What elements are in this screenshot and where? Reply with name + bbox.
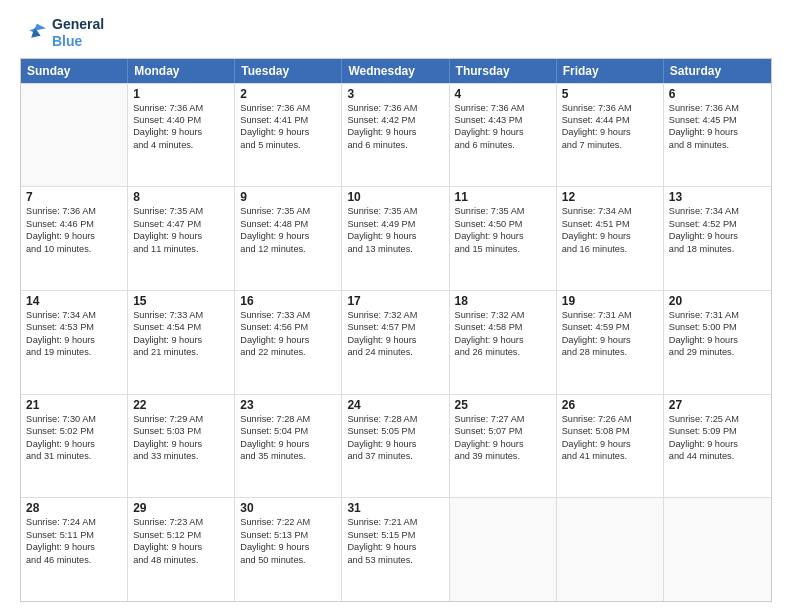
cell-info-line: Sunset: 4:58 PM	[455, 321, 551, 333]
cell-info-line: Daylight: 9 hours	[240, 230, 336, 242]
calendar-body: 1Sunrise: 7:36 AMSunset: 4:40 PMDaylight…	[21, 83, 771, 601]
cell-info-line: Daylight: 9 hours	[133, 334, 229, 346]
day-number: 7	[26, 190, 122, 204]
cell-info-line: Sunset: 4:52 PM	[669, 218, 766, 230]
cell-info-line: Sunset: 5:09 PM	[669, 425, 766, 437]
weekday-header-saturday: Saturday	[664, 59, 771, 83]
cell-info-line: Sunset: 5:11 PM	[26, 529, 122, 541]
day-number: 28	[26, 501, 122, 515]
cell-info-line: and 37 minutes.	[347, 450, 443, 462]
day-number: 19	[562, 294, 658, 308]
cell-info-line: Sunrise: 7:36 AM	[455, 102, 551, 114]
calendar-cell: 2Sunrise: 7:36 AMSunset: 4:41 PMDaylight…	[235, 84, 342, 187]
day-number: 11	[455, 190, 551, 204]
cell-info-line: Sunset: 4:45 PM	[669, 114, 766, 126]
cell-info-line: Sunset: 4:47 PM	[133, 218, 229, 230]
cell-info-line: Sunrise: 7:32 AM	[347, 309, 443, 321]
cell-info-line: Sunrise: 7:31 AM	[669, 309, 766, 321]
calendar-cell: 13Sunrise: 7:34 AMSunset: 4:52 PMDayligh…	[664, 187, 771, 290]
cell-info-line: Daylight: 9 hours	[347, 126, 443, 138]
day-number: 17	[347, 294, 443, 308]
cell-info-line: and 53 minutes.	[347, 554, 443, 566]
cell-info-line: and 19 minutes.	[26, 346, 122, 358]
day-number: 3	[347, 87, 443, 101]
weekday-header-thursday: Thursday	[450, 59, 557, 83]
cell-info-line: Sunrise: 7:27 AM	[455, 413, 551, 425]
day-number: 5	[562, 87, 658, 101]
calendar-row-1: 7Sunrise: 7:36 AMSunset: 4:46 PMDaylight…	[21, 186, 771, 290]
cell-info-line: Daylight: 9 hours	[455, 438, 551, 450]
cell-info-line: Daylight: 9 hours	[26, 438, 122, 450]
calendar-cell: 31Sunrise: 7:21 AMSunset: 5:15 PMDayligh…	[342, 498, 449, 601]
day-number: 31	[347, 501, 443, 515]
cell-info-line: and 46 minutes.	[26, 554, 122, 566]
day-number: 21	[26, 398, 122, 412]
cell-info-line: and 12 minutes.	[240, 243, 336, 255]
day-number: 29	[133, 501, 229, 515]
calendar-cell	[664, 498, 771, 601]
cell-info-line: Daylight: 9 hours	[347, 334, 443, 346]
calendar-cell: 1Sunrise: 7:36 AMSunset: 4:40 PMDaylight…	[128, 84, 235, 187]
cell-info-line: Sunset: 4:49 PM	[347, 218, 443, 230]
cell-info-line: Daylight: 9 hours	[240, 438, 336, 450]
cell-info-line: Sunset: 4:42 PM	[347, 114, 443, 126]
calendar-cell: 28Sunrise: 7:24 AMSunset: 5:11 PMDayligh…	[21, 498, 128, 601]
day-number: 18	[455, 294, 551, 308]
day-number: 13	[669, 190, 766, 204]
cell-info-line: and 6 minutes.	[347, 139, 443, 151]
calendar-cell: 4Sunrise: 7:36 AMSunset: 4:43 PMDaylight…	[450, 84, 557, 187]
cell-info-line: Daylight: 9 hours	[562, 334, 658, 346]
cell-info-line: Sunset: 4:46 PM	[26, 218, 122, 230]
calendar-cell: 26Sunrise: 7:26 AMSunset: 5:08 PMDayligh…	[557, 395, 664, 498]
calendar-cell: 8Sunrise: 7:35 AMSunset: 4:47 PMDaylight…	[128, 187, 235, 290]
cell-info-line: Daylight: 9 hours	[455, 126, 551, 138]
cell-info-line: and 7 minutes.	[562, 139, 658, 151]
cell-info-line: Sunrise: 7:35 AM	[455, 205, 551, 217]
cell-info-line: Sunset: 5:05 PM	[347, 425, 443, 437]
cell-info-line: Sunset: 5:02 PM	[26, 425, 122, 437]
calendar-cell: 23Sunrise: 7:28 AMSunset: 5:04 PMDayligh…	[235, 395, 342, 498]
calendar-cell: 15Sunrise: 7:33 AMSunset: 4:54 PMDayligh…	[128, 291, 235, 394]
cell-info-line: Sunset: 4:57 PM	[347, 321, 443, 333]
cell-info-line: Sunrise: 7:23 AM	[133, 516, 229, 528]
cell-info-line: Sunset: 5:08 PM	[562, 425, 658, 437]
calendar-cell: 5Sunrise: 7:36 AMSunset: 4:44 PMDaylight…	[557, 84, 664, 187]
cell-info-line: Sunrise: 7:24 AM	[26, 516, 122, 528]
cell-info-line: Sunrise: 7:32 AM	[455, 309, 551, 321]
calendar-cell: 27Sunrise: 7:25 AMSunset: 5:09 PMDayligh…	[664, 395, 771, 498]
cell-info-line: and 35 minutes.	[240, 450, 336, 462]
cell-info-line: Sunrise: 7:34 AM	[562, 205, 658, 217]
calendar-cell: 20Sunrise: 7:31 AMSunset: 5:00 PMDayligh…	[664, 291, 771, 394]
cell-info-line: Sunset: 5:15 PM	[347, 529, 443, 541]
cell-info-line: and 22 minutes.	[240, 346, 336, 358]
cell-info-line: Sunrise: 7:22 AM	[240, 516, 336, 528]
calendar-cell: 22Sunrise: 7:29 AMSunset: 5:03 PMDayligh…	[128, 395, 235, 498]
cell-info-line: Daylight: 9 hours	[669, 126, 766, 138]
cell-info-line: and 10 minutes.	[26, 243, 122, 255]
cell-info-line: Sunrise: 7:21 AM	[347, 516, 443, 528]
cell-info-line: and 31 minutes.	[26, 450, 122, 462]
cell-info-line: Daylight: 9 hours	[562, 230, 658, 242]
calendar-cell: 30Sunrise: 7:22 AMSunset: 5:13 PMDayligh…	[235, 498, 342, 601]
cell-info-line: and 5 minutes.	[240, 139, 336, 151]
cell-info-line: Daylight: 9 hours	[562, 126, 658, 138]
weekday-header-wednesday: Wednesday	[342, 59, 449, 83]
day-number: 24	[347, 398, 443, 412]
cell-info-line: Sunset: 4:54 PM	[133, 321, 229, 333]
cell-info-line: and 26 minutes.	[455, 346, 551, 358]
day-number: 25	[455, 398, 551, 412]
cell-info-line: Sunrise: 7:35 AM	[347, 205, 443, 217]
weekday-header-friday: Friday	[557, 59, 664, 83]
cell-info-line: Sunrise: 7:28 AM	[240, 413, 336, 425]
cell-info-line: Sunrise: 7:33 AM	[133, 309, 229, 321]
calendar-row-0: 1Sunrise: 7:36 AMSunset: 4:40 PMDaylight…	[21, 83, 771, 187]
cell-info-line: Daylight: 9 hours	[26, 541, 122, 553]
calendar-cell	[21, 84, 128, 187]
logo: General Blue	[20, 16, 104, 50]
cell-info-line: and 39 minutes.	[455, 450, 551, 462]
cell-info-line: Sunset: 4:40 PM	[133, 114, 229, 126]
cell-info-line: Sunrise: 7:28 AM	[347, 413, 443, 425]
cell-info-line: Sunset: 4:41 PM	[240, 114, 336, 126]
cell-info-line: Sunset: 5:03 PM	[133, 425, 229, 437]
cell-info-line: Sunset: 4:50 PM	[455, 218, 551, 230]
